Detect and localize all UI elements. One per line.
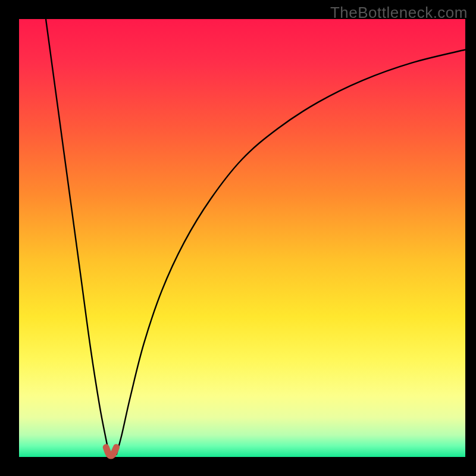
chart-container: TheBottleneck.com xyxy=(0,0,476,476)
plot-background xyxy=(19,19,465,457)
watermark-text: TheBottleneck.com xyxy=(330,4,468,22)
bottleneck-chart xyxy=(0,0,476,476)
